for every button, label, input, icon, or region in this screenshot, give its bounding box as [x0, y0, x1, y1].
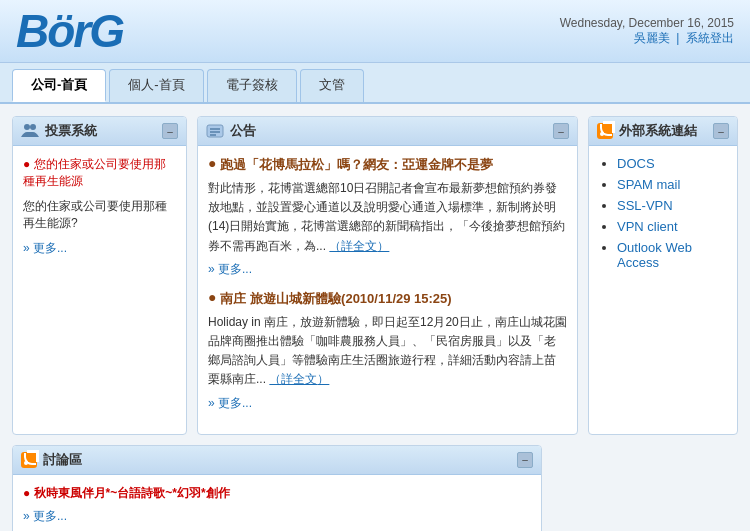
external-panel: 外部系統連結 – DOCS SPAM mail SSL-VPN VPN	[588, 116, 738, 435]
discussion-panel: 討論區 – ● 秋時東風伴月*~台語詩歌~*幻羽*創作 » 更多...	[12, 445, 542, 532]
external-links-list: DOCS SPAM mail SSL-VPN VPN client Outloo…	[599, 156, 727, 270]
announce-item-2-title: ● 南庄 旅遊山城新體驗(2010/11/29 15:25)	[208, 290, 567, 308]
logout-link[interactable]: 系統登出	[686, 31, 734, 45]
announce-panel-header: 公告 –	[198, 117, 577, 146]
announce-item-2-body: Holiday in 南庄，放遊新體驗，即日起至12月20日止，南庄山城花園品牌…	[208, 313, 567, 390]
announce-item-2-more[interactable]: » 更多...	[208, 396, 252, 410]
tab-personal-home[interactable]: 個人-首頁	[109, 69, 203, 102]
username: 吳麗美	[634, 31, 670, 45]
discussion-panel-title: 討論區	[21, 451, 82, 469]
vote-more-link[interactable]: » 更多...	[23, 241, 67, 255]
header: BörG Wednesday, December 16, 2015 吳麗美 | …	[0, 0, 750, 63]
external-title-text: 外部系統連結	[619, 122, 697, 140]
svg-point-1	[30, 124, 36, 130]
discussion-panel-body: ● 秋時東風伴月*~台語詩歌~*幻羽*創作 » 更多...	[13, 475, 541, 532]
announce-panel: 公告 – ● 跑過「花博馬拉松」嗎？網友：亞運金牌不是夢 對此情形，花博當選總部…	[197, 116, 578, 435]
rss-icon-external	[597, 123, 613, 139]
discussion-title-text: 討論區	[43, 451, 82, 469]
discuss-item-1-title: ● 秋時東風伴月*~台語詩歌~*幻羽*創作	[23, 485, 531, 502]
announce-icon	[206, 122, 224, 140]
header-right: Wednesday, December 16, 2015 吳麗美 | 系統登出	[560, 16, 734, 47]
announce-panel-body: ● 跑過「花博馬拉松」嗎？網友：亞運金牌不是夢 對此情形，花博當選總部10日召開…	[198, 146, 577, 434]
external-panel-title: 外部系統連結	[597, 122, 697, 140]
ext-link-spam[interactable]: SPAM mail	[617, 177, 680, 192]
discussion-panel-header: 討論區 –	[13, 446, 541, 475]
bottom-row: 討論區 – ● 秋時東風伴月*~台語詩歌~*幻羽*創作 » 更多...	[12, 445, 738, 532]
header-date: Wednesday, December 16, 2015	[560, 16, 734, 30]
vote-question-highlight: ● 您的住家或公司要使用那種再生能源	[23, 156, 176, 190]
ext-link-docs[interactable]: DOCS	[617, 156, 655, 171]
ext-link-ssl[interactable]: SSL-VPN	[617, 198, 673, 213]
announce-item-1-more[interactable]: » 更多...	[208, 262, 252, 276]
ext-link-item-ssl: SSL-VPN	[617, 198, 727, 213]
vote-title-text: 投票系統	[45, 122, 97, 140]
announce-item-1: ● 跑過「花博馬拉松」嗎？網友：亞運金牌不是夢 對此情形，花博當選總部10日召開…	[208, 156, 567, 278]
vote-minimize-button[interactable]: –	[162, 123, 178, 139]
announce-item-2: ● 南庄 旅遊山城新體驗(2010/11/29 15:25) Holiday i…	[208, 290, 567, 412]
ext-link-vpn[interactable]: VPN client	[617, 219, 678, 234]
announce-dot-1: ●	[208, 155, 216, 171]
vote-panel-body: ● 您的住家或公司要使用那種再生能源 您的住家或公司要使用那種再生能源? » 更…	[13, 146, 186, 267]
announce-item-1-title: ● 跑過「花博馬拉松」嗎？網友：亞運金牌不是夢	[208, 156, 567, 174]
vote-panel: 投票系統 – ● 您的住家或公司要使用那種再生能源 您的住家或公司要使用那種再生…	[12, 116, 187, 435]
ext-link-item-spam: SPAM mail	[617, 177, 727, 192]
nav-tabs: 公司-首頁 個人-首頁 電子簽核 文管	[0, 63, 750, 104]
vote-question-full: 您的住家或公司要使用那種再生能源?	[23, 198, 176, 232]
external-panel-header: 外部系統連結 –	[589, 117, 737, 146]
announce-minimize-button[interactable]: –	[553, 123, 569, 139]
discuss-item-1: ● 秋時東風伴月*~台語詩歌~*幻羽*創作	[23, 485, 531, 502]
external-minimize-button[interactable]: –	[713, 123, 729, 139]
announce-panel-title: 公告	[206, 122, 256, 140]
rss-icon-discussion	[21, 452, 37, 468]
announce-title-text: 公告	[230, 122, 256, 140]
tab-document[interactable]: 文管	[300, 69, 364, 102]
discuss-item-1-link[interactable]: 秋時東風伴月*~台語詩歌~*幻羽*創作	[34, 486, 230, 500]
header-user: 吳麗美 | 系統登出	[560, 30, 734, 47]
vote-panel-title: 投票系統	[21, 122, 97, 140]
vote-icon	[21, 122, 39, 140]
logo: BörG	[16, 8, 123, 54]
top-row: 投票系統 – ● 您的住家或公司要使用那種再生能源 您的住家或公司要使用那種再生…	[12, 116, 738, 435]
vote-panel-header: 投票系統 –	[13, 117, 186, 146]
announce-item-2-detail[interactable]: （詳全文）	[269, 372, 329, 386]
logo-text: BörG	[16, 5, 123, 57]
tab-e-approval[interactable]: 電子簽核	[207, 69, 297, 102]
main-content: 投票系統 – ● 您的住家或公司要使用那種再生能源 您的住家或公司要使用那種再生…	[0, 104, 750, 531]
tab-company-home[interactable]: 公司-首頁	[12, 69, 106, 102]
ext-link-item-vpn: VPN client	[617, 219, 727, 234]
svg-point-0	[24, 124, 30, 130]
announce-item-1-link[interactable]: 跑過「花博馬拉松」嗎？網友：亞運金牌不是夢	[220, 156, 493, 174]
announce-dot-2: ●	[208, 289, 216, 305]
ext-link-item-owa: Outlook Web Access	[617, 240, 727, 270]
announce-item-1-detail[interactable]: （詳全文）	[329, 239, 389, 253]
announce-item-2-link[interactable]: 南庄 旅遊山城新體驗(2010/11/29 15:25)	[220, 290, 451, 308]
announce-item-1-body: 對此情形，花博當選總部10日召開記者會宣布最新夢想館預約券發放地點，並設置愛心通…	[208, 179, 567, 256]
discussion-minimize-button[interactable]: –	[517, 452, 533, 468]
external-panel-body: DOCS SPAM mail SSL-VPN VPN client Outloo…	[589, 146, 737, 286]
ext-link-item-docs: DOCS	[617, 156, 727, 171]
ext-link-owa[interactable]: Outlook Web Access	[617, 240, 692, 270]
discussion-more-link[interactable]: » 更多...	[23, 509, 67, 523]
